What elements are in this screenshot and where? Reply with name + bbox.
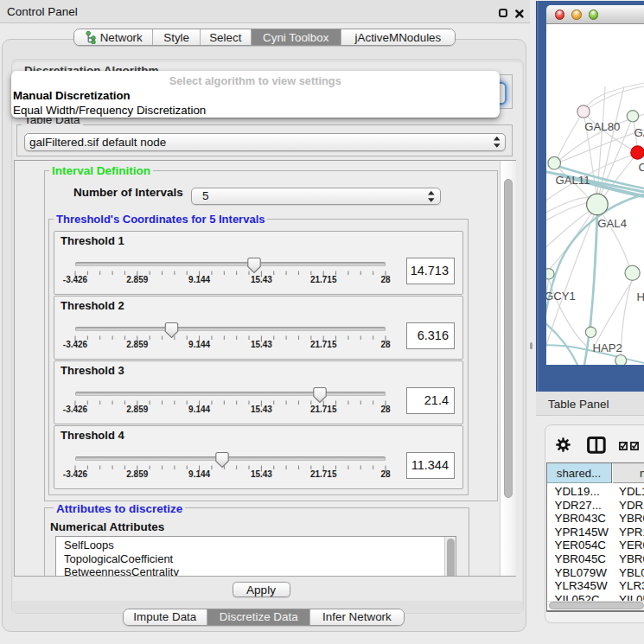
svg-text:GAL80: GAL80 (584, 120, 620, 133)
svg-text:HA: HA (637, 290, 644, 303)
svg-text:C: C (639, 161, 644, 174)
svg-text:GCY1: GCY1 (546, 290, 576, 303)
svg-text:HAP2: HAP2 (593, 341, 622, 354)
svg-text:GAL11: GAL11 (555, 174, 590, 187)
svg-text:GAL4: GAL4 (597, 217, 627, 230)
svg-text:GA: GA (634, 126, 644, 139)
